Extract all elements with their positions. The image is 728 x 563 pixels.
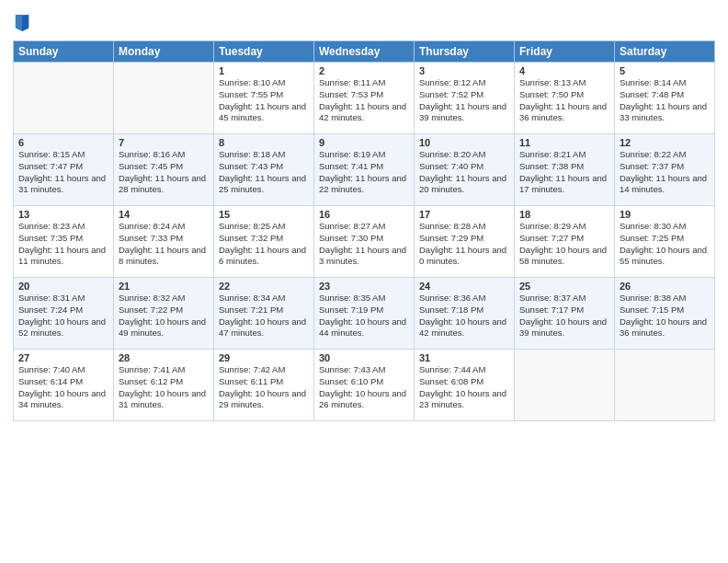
day-info: Sunrise: 7:43 AM Sunset: 6:10 PM Dayligh… — [319, 364, 409, 411]
day-number: 17 — [419, 209, 509, 220]
day-info: Sunrise: 8:19 AM Sunset: 7:41 PM Dayligh… — [319, 149, 409, 196]
day-info: Sunrise: 8:15 AM Sunset: 7:47 PM Dayligh… — [18, 149, 108, 196]
calendar-cell: 7Sunrise: 8:16 AM Sunset: 7:45 PM Daylig… — [114, 134, 214, 206]
calendar-cell: 5Sunrise: 8:14 AM Sunset: 7:48 PM Daylig… — [615, 63, 715, 134]
day-info: Sunrise: 8:37 AM Sunset: 7:17 PM Dayligh… — [519, 293, 609, 339]
calendar-cell: 26Sunrise: 8:38 AM Sunset: 7:15 PM Dayli… — [615, 278, 715, 350]
day-info: Sunrise: 8:14 AM Sunset: 7:48 PM Dayligh… — [620, 77, 710, 124]
day-info: Sunrise: 8:32 AM Sunset: 7:22 PM Dayligh… — [119, 293, 209, 339]
calendar-cell — [515, 350, 615, 421]
calendar-cell: 4Sunrise: 8:13 AM Sunset: 7:50 PM Daylig… — [515, 63, 615, 134]
day-info: Sunrise: 8:12 AM Sunset: 7:52 PM Dayligh… — [419, 77, 509, 124]
calendar-cell: 13Sunrise: 8:23 AM Sunset: 7:35 PM Dayli… — [14, 206, 114, 278]
day-number: 7 — [119, 137, 209, 148]
day-info: Sunrise: 8:31 AM Sunset: 7:24 PM Dayligh… — [18, 293, 108, 339]
calendar-cell: 20Sunrise: 8:31 AM Sunset: 7:24 PM Dayli… — [14, 278, 114, 350]
day-number: 27 — [18, 352, 108, 363]
calendar-header-monday: Monday — [114, 41, 214, 63]
day-number: 9 — [319, 137, 409, 148]
calendar-week-0: 1Sunrise: 8:10 AM Sunset: 7:55 PM Daylig… — [14, 63, 715, 134]
calendar-cell: 30Sunrise: 7:43 AM Sunset: 6:10 PM Dayli… — [314, 350, 415, 421]
day-info: Sunrise: 8:13 AM Sunset: 7:50 PM Dayligh… — [519, 77, 609, 124]
day-number: 21 — [119, 281, 209, 292]
day-number: 16 — [319, 209, 409, 220]
day-info: Sunrise: 7:40 AM Sunset: 6:14 PM Dayligh… — [18, 364, 108, 411]
day-info: Sunrise: 8:10 AM Sunset: 7:55 PM Dayligh… — [219, 77, 309, 124]
day-info: Sunrise: 8:36 AM Sunset: 7:18 PM Dayligh… — [419, 293, 509, 339]
calendar-header-friday: Friday — [515, 41, 615, 63]
day-number: 20 — [18, 281, 108, 292]
calendar-cell: 1Sunrise: 8:10 AM Sunset: 7:55 PM Daylig… — [214, 63, 314, 134]
calendar-header-wednesday: Wednesday — [314, 41, 415, 63]
day-info: Sunrise: 7:41 AM Sunset: 6:12 PM Dayligh… — [119, 364, 209, 411]
calendar-cell: 8Sunrise: 8:18 AM Sunset: 7:43 PM Daylig… — [214, 134, 314, 206]
calendar-cell: 2Sunrise: 8:11 AM Sunset: 7:53 PM Daylig… — [314, 63, 415, 134]
logo — [13, 13, 31, 37]
calendar-cell: 29Sunrise: 7:42 AM Sunset: 6:11 PM Dayli… — [214, 350, 314, 421]
day-info: Sunrise: 8:18 AM Sunset: 7:43 PM Dayligh… — [219, 149, 309, 196]
day-info: Sunrise: 8:34 AM Sunset: 7:21 PM Dayligh… — [219, 293, 309, 339]
page: SundayMondayTuesdayWednesdayThursdayFrid… — [0, 0, 728, 563]
calendar-cell: 15Sunrise: 8:25 AM Sunset: 7:32 PM Dayli… — [214, 206, 314, 278]
day-info: Sunrise: 8:27 AM Sunset: 7:30 PM Dayligh… — [319, 221, 409, 268]
day-info: Sunrise: 8:20 AM Sunset: 7:40 PM Dayligh… — [419, 149, 509, 196]
calendar-cell: 23Sunrise: 8:35 AM Sunset: 7:19 PM Dayli… — [314, 278, 415, 350]
day-info: Sunrise: 7:42 AM Sunset: 6:11 PM Dayligh… — [219, 364, 309, 411]
day-info: Sunrise: 8:25 AM Sunset: 7:32 PM Dayligh… — [219, 221, 309, 268]
day-info: Sunrise: 8:16 AM Sunset: 7:45 PM Dayligh… — [119, 149, 209, 196]
day-number: 8 — [219, 137, 309, 148]
calendar-cell: 18Sunrise: 8:29 AM Sunset: 7:27 PM Dayli… — [515, 206, 615, 278]
day-number: 19 — [620, 209, 710, 220]
calendar-cell: 16Sunrise: 8:27 AM Sunset: 7:30 PM Dayli… — [314, 206, 415, 278]
day-info: Sunrise: 8:21 AM Sunset: 7:38 PM Dayligh… — [519, 149, 609, 196]
calendar-cell: 27Sunrise: 7:40 AM Sunset: 6:14 PM Dayli… — [14, 350, 114, 421]
calendar-cell — [615, 350, 715, 421]
day-number: 22 — [219, 281, 309, 292]
day-number: 3 — [419, 65, 509, 76]
calendar-cell: 22Sunrise: 8:34 AM Sunset: 7:21 PM Dayli… — [214, 278, 314, 350]
calendar-cell: 11Sunrise: 8:21 AM Sunset: 7:38 PM Dayli… — [515, 134, 615, 206]
day-info: Sunrise: 8:11 AM Sunset: 7:53 PM Dayligh… — [319, 77, 409, 124]
calendar-header-thursday: Thursday — [415, 41, 515, 63]
calendar-cell: 21Sunrise: 8:32 AM Sunset: 7:22 PM Dayli… — [114, 278, 214, 350]
calendar-cell: 14Sunrise: 8:24 AM Sunset: 7:33 PM Dayli… — [114, 206, 214, 278]
day-number: 26 — [620, 281, 710, 292]
day-info: Sunrise: 8:24 AM Sunset: 7:33 PM Dayligh… — [119, 221, 209, 268]
day-info: Sunrise: 8:30 AM Sunset: 7:25 PM Dayligh… — [620, 221, 710, 268]
day-info: Sunrise: 8:22 AM Sunset: 7:37 PM Dayligh… — [620, 149, 710, 196]
calendar-week-4: 27Sunrise: 7:40 AM Sunset: 6:14 PM Dayli… — [14, 350, 715, 421]
calendar-cell: 12Sunrise: 8:22 AM Sunset: 7:37 PM Dayli… — [615, 134, 715, 206]
day-number: 5 — [620, 65, 710, 76]
calendar-cell: 10Sunrise: 8:20 AM Sunset: 7:40 PM Dayli… — [415, 134, 515, 206]
calendar-header-sunday: Sunday — [14, 41, 114, 63]
day-info: Sunrise: 8:23 AM Sunset: 7:35 PM Dayligh… — [18, 221, 108, 268]
day-number: 28 — [119, 352, 209, 363]
day-number: 18 — [519, 209, 609, 220]
day-number: 31 — [419, 352, 509, 363]
calendar-cell — [114, 63, 214, 134]
calendar: SundayMondayTuesdayWednesdayThursdayFrid… — [13, 40, 715, 421]
calendar-cell: 24Sunrise: 8:36 AM Sunset: 7:18 PM Dayli… — [415, 278, 515, 350]
day-info: Sunrise: 8:29 AM Sunset: 7:27 PM Dayligh… — [519, 221, 609, 268]
calendar-header-saturday: Saturday — [615, 41, 715, 63]
calendar-cell: 25Sunrise: 8:37 AM Sunset: 7:17 PM Dayli… — [515, 278, 615, 350]
day-number: 6 — [18, 137, 108, 148]
calendar-cell: 19Sunrise: 8:30 AM Sunset: 7:25 PM Dayli… — [615, 206, 715, 278]
day-number: 25 — [519, 281, 609, 292]
day-number: 12 — [620, 137, 710, 148]
calendar-week-1: 6Sunrise: 8:15 AM Sunset: 7:47 PM Daylig… — [14, 134, 715, 206]
day-number: 15 — [219, 209, 309, 220]
day-info: Sunrise: 8:28 AM Sunset: 7:29 PM Dayligh… — [419, 221, 509, 268]
day-info: Sunrise: 8:35 AM Sunset: 7:19 PM Dayligh… — [319, 293, 409, 339]
calendar-cell: 6Sunrise: 8:15 AM Sunset: 7:47 PM Daylig… — [14, 134, 114, 206]
day-number: 14 — [119, 209, 209, 220]
day-number: 4 — [519, 65, 609, 76]
day-number: 10 — [419, 137, 509, 148]
calendar-header-tuesday: Tuesday — [214, 41, 314, 63]
calendar-cell: 3Sunrise: 8:12 AM Sunset: 7:52 PM Daylig… — [415, 63, 515, 134]
day-number: 29 — [219, 352, 309, 363]
calendar-cell — [14, 63, 114, 134]
day-number: 1 — [219, 65, 309, 76]
day-number: 23 — [319, 281, 409, 292]
day-info: Sunrise: 8:38 AM Sunset: 7:15 PM Dayligh… — [620, 293, 710, 339]
